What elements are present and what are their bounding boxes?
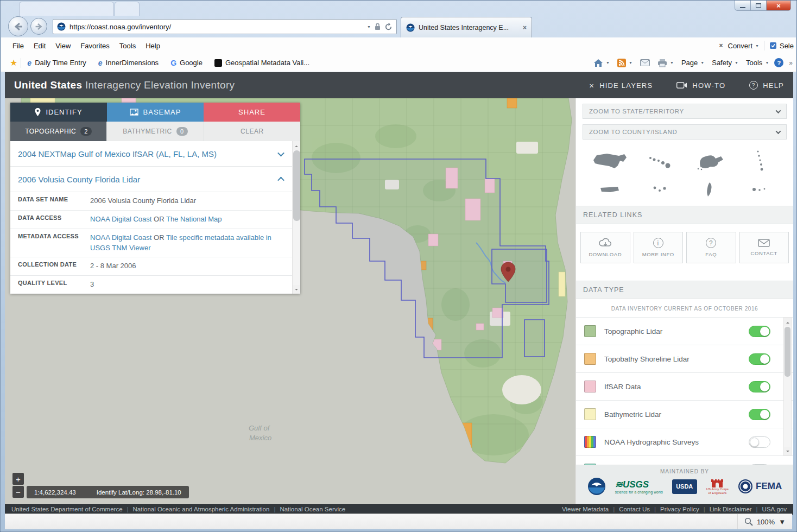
ie-help-button[interactable]: ? <box>774 58 783 67</box>
menu-view[interactable]: View <box>50 39 75 53</box>
legend-toggle[interactable] <box>749 353 770 365</box>
page-menu-button[interactable]: Page▼ <box>679 59 706 67</box>
tools-menu-button[interactable]: Tools▼ <box>744 59 771 67</box>
how-to-button[interactable]: HOW-TO <box>676 81 725 90</box>
favorite-innerdimensions[interactable]: eInnerDimensions <box>92 59 165 67</box>
menu-file[interactable]: File <box>8 39 29 53</box>
subtab-bathymetric[interactable]: BATHYMETRIC 0 <box>107 122 204 141</box>
favorite-geospatial-metadata[interactable]: Geospatial Metadata Vali... <box>208 59 315 67</box>
safety-menu-button[interactable]: Safety▼ <box>710 59 741 67</box>
subtab-topographic[interactable]: TOPOGRAPHIC 2 <box>10 122 107 141</box>
map-zoom-in-button[interactable]: + <box>12 473 24 485</box>
subtab-clear[interactable]: CLEAR <box>204 122 300 141</box>
results-scrollbar[interactable] <box>292 141 300 294</box>
zoom-to-state-dropdown[interactable]: ZOOM TO STATE/TERRITORY <box>583 104 787 119</box>
territory-puerto-rico[interactable] <box>599 185 620 194</box>
legend-toggle[interactable] <box>749 409 770 420</box>
feeds-button[interactable]: ▼ <box>615 59 635 67</box>
forward-button[interactable] <box>30 18 47 35</box>
back-button[interactable] <box>8 16 28 36</box>
legend-scrollbar[interactable] <box>783 317 792 456</box>
download-icon <box>599 238 612 248</box>
convert-button[interactable]: Convert▼ <box>728 42 759 50</box>
zoom-level-button[interactable]: 100% ▼ <box>737 514 786 529</box>
favorite-google[interactable]: GGoogle <box>165 59 208 67</box>
favorite-daily-time-entry[interactable]: eDaily Time Entry <box>21 59 92 67</box>
mail-button[interactable] <box>638 59 652 66</box>
legend-swatch <box>584 353 596 365</box>
footer-link-link-disclaimer[interactable]: Link Disclaimer <box>699 506 752 512</box>
close-button[interactable]: × <box>766 1 791 11</box>
national-map-link[interactable]: The National Map <box>166 215 222 223</box>
rss-icon <box>617 59 626 67</box>
zoom-to-county-dropdown[interactable]: ZOOM TO COUNTY/ISLAND <box>583 124 787 140</box>
legend-toggle[interactable] <box>749 436 770 448</box>
noaa-digital-coast-metadata-link[interactable]: NOAA Digital Coast <box>90 233 151 242</box>
noaa-digital-coast-link[interactable]: NOAA Digital Coast <box>90 215 151 223</box>
usda-logo[interactable]: USDA <box>672 479 697 494</box>
refresh-icon[interactable] <box>384 23 393 31</box>
google-icon: G <box>170 59 176 67</box>
menu-tools[interactable]: Tools <box>115 39 141 53</box>
footer-link-noaa[interactable]: National Oceanic and Atmospheric Adminis… <box>123 506 270 512</box>
territory-american-samoa[interactable] <box>751 186 768 193</box>
scrollbar-thumb[interactable] <box>785 327 790 377</box>
agency-logos: ≋USGS science for a changing world USDA … <box>576 477 793 496</box>
print-button[interactable]: ▼ <box>655 59 676 67</box>
footer-link-commerce[interactable]: United States Department of Commerce <box>11 506 123 512</box>
toolbar-close-icon[interactable]: × <box>719 42 723 49</box>
tab-basemap[interactable]: BASEMAP <box>107 103 204 122</box>
help-button[interactable]: ? HELP <box>749 81 784 90</box>
download-button[interactable]: DOWNLOAD <box>580 232 630 263</box>
legend-toggle[interactable] <box>749 326 770 337</box>
button-label: DOWNLOAD <box>589 251 622 257</box>
footer-link-viewer-metadata[interactable]: Viewer Metadata <box>562 506 609 512</box>
overflow-chevron-icon[interactable]: » <box>787 59 795 67</box>
footer-link-nos[interactable]: National Ocean Service <box>269 506 345 512</box>
related-links-header: RELATED LINKS <box>576 206 793 224</box>
caret-icon: ▼ <box>735 61 738 65</box>
hide-layers-button[interactable]: × HIDE LAYERS <box>589 81 653 90</box>
footer-link-contact-us[interactable]: Contact Us <box>609 506 650 512</box>
favorites-star-icon[interactable]: ★ <box>7 58 21 68</box>
tab-share[interactable]: SHARE <box>204 103 300 122</box>
browser-tab[interactable]: United States Interagency E... × <box>401 17 532 37</box>
menu-help[interactable]: Help <box>141 39 165 53</box>
maximize-button[interactable] <box>751 1 766 11</box>
more-info-button[interactable]: i MORE INFO <box>634 232 684 263</box>
faq-button[interactable]: ? FAQ <box>686 232 736 263</box>
footer-link-usa-gov[interactable]: USA.gov <box>752 506 787 512</box>
minimize-button[interactable] <box>735 1 751 11</box>
scroll-down-icon[interactable] <box>293 285 300 294</box>
address-dropdown-icon[interactable]: ▼ <box>367 25 371 29</box>
menu-favorites[interactable]: Favorites <box>75 39 114 53</box>
tab-close-icon[interactable]: × <box>523 24 527 31</box>
url-text: https://coast.noaa.gov/inventory/ <box>69 23 363 31</box>
territory-conus[interactable] <box>592 151 628 171</box>
accordion-volusia-lidar[interactable]: 2006 Volusia County Florida Lidar <box>10 167 292 192</box>
territory-northern-marianas[interactable] <box>755 149 764 173</box>
usgs-logo[interactable]: ≋USGS science for a changing world <box>615 479 663 494</box>
home-button[interactable]: ▼ <box>591 59 612 67</box>
legend-toggle[interactable] <box>749 381 770 392</box>
select-button[interactable]: Sele <box>769 42 794 50</box>
tab-identify[interactable]: IDENTIFY <box>10 103 107 122</box>
address-bar[interactable]: https://coast.noaa.gov/inventory/ ▼ <box>53 19 397 34</box>
contact-button[interactable]: CONTACT <box>739 232 789 263</box>
map-zoom-out-button[interactable]: − <box>12 486 24 498</box>
territory-alaska[interactable] <box>695 151 724 171</box>
territory-guam[interactable] <box>706 182 713 197</box>
usace-logo[interactable]: US Army Corps of Engineers <box>706 478 729 495</box>
footer-link-privacy-policy[interactable]: Privacy Policy <box>650 506 699 512</box>
fema-logo[interactable]: FEMA <box>738 479 782 494</box>
window-controls: × <box>735 1 791 11</box>
scrollbar-thumb[interactable] <box>293 150 300 221</box>
territory-us-virgin-islands[interactable] <box>652 186 667 193</box>
scroll-up-icon[interactable] <box>293 141 300 150</box>
noaa-logo[interactable] <box>587 477 606 496</box>
territory-hawaii[interactable] <box>648 154 671 169</box>
scroll-down-icon[interactable] <box>784 447 791 455</box>
accordion-nextmap-gulf[interactable]: 2004 NEXTMap Gulf of Mexico IfSAR (AL, F… <box>10 141 292 167</box>
scroll-up-icon[interactable] <box>784 318 791 326</box>
menu-edit[interactable]: Edit <box>29 39 50 53</box>
